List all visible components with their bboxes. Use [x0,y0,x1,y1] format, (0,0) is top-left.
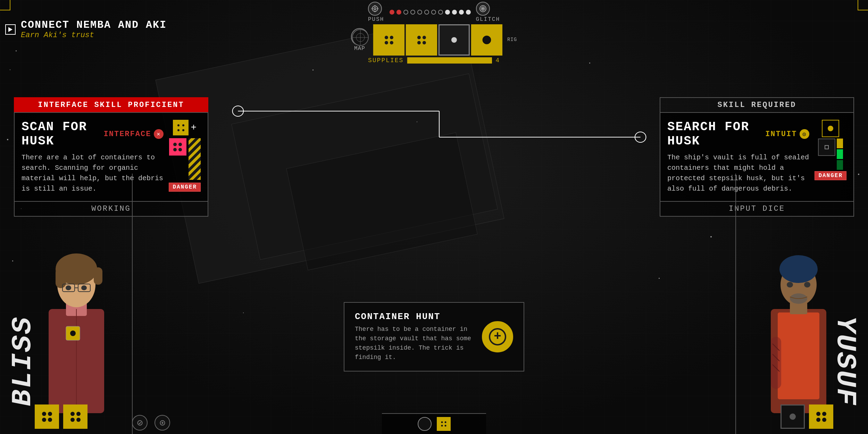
svg-rect-30 [94,267,102,285]
sm-dice-dots-3 [814,410,828,424]
bottom-dice-right-2[interactable] [809,404,833,429]
svg-rect-40 [778,312,819,399]
right-card-title-row: SEARCH FOR HUSK INTUIT ◎ [667,120,809,148]
popup-description: There has to be a container in the stora… [355,325,475,362]
bottom-dice-row-left [35,404,87,429]
inner-square [825,145,829,149]
bar-green-bright [837,149,843,159]
progress-dot-11 [459,10,464,15]
bottom-dice-left-2[interactable] [63,404,87,429]
rig-label: RIG [507,37,517,42]
right-panel: SKILL REQUIRED SEARCH FOR HUSK INTUIT ◎ … [660,97,854,217]
glitch-label: GLITCH [476,16,500,23]
working-bar[interactable]: WORKING [14,202,208,217]
danger-dice-dots [171,141,184,153]
svg-point-8 [482,8,483,9]
svg-point-0 [372,6,378,11]
character-right-area: YUSUF [736,219,868,434]
progress-dot-9 [445,10,450,15]
star [659,278,660,279]
bottom-dice-left-1[interactable] [35,404,59,429]
dice-dots-2 [415,34,428,47]
intuit-badge: INTUIT ◎ [765,129,809,139]
star [417,122,417,122]
popup-icon: + [482,321,513,352]
glitch-icon[interactable] [476,2,490,16]
progress-dot-4 [410,10,415,15]
svg-point-14 [485,38,489,42]
rig-button[interactable]: RIG [507,37,517,43]
progress-dot-5 [417,10,422,15]
popup-title: CONTAINER HUNT [355,311,475,322]
progress-dot-1 [389,10,394,15]
push-icon[interactable] [368,2,382,16]
star [16,50,17,51]
svg-point-58 [441,425,443,427]
dice-card-2[interactable] [406,24,437,56]
bottom-action-2[interactable] [437,417,451,431]
svg-point-57 [444,422,446,423]
dice-card-4[interactable] [471,24,502,56]
intuit-label: INTUIT [765,130,797,139]
map-label: MAP [354,45,365,52]
danger-dice-icon [169,138,186,156]
push-button[interactable]: PUSH [368,2,384,23]
supplies-label: SUPPLIES [368,57,403,64]
svg-rect-20 [176,123,186,133]
right-dice-area: DANGER [815,120,846,180]
bottom-action-1[interactable] [418,417,432,431]
left-card-title-row: SCAN FOR HUSK INTERFACE ✕ [22,120,164,148]
left-card-right: + DANGER [169,120,201,192]
left-card-title: SCAN FOR HUSK [22,120,104,148]
quest-play-button[interactable] [5,24,16,35]
dice-dots-1 [382,34,395,47]
right-card-description: The ship's vault is full of sealed conta… [667,152,809,194]
dice-plus-row: + [173,120,197,135]
map-button[interactable]: MAP [351,28,368,52]
popup-text: CONTAINER HUNT There has to be a contain… [355,311,475,362]
left-skill-header: INTERFACE SKILL PROFICIENT [14,97,208,112]
input-dice-bar[interactable]: INPUT DICE [660,202,854,217]
dice-card-3[interactable] [439,24,470,56]
sm-dice-dots-1 [40,410,54,424]
star [7,139,8,140]
bottom-dice-row-right [781,404,833,429]
empty-dice-frame [818,139,835,156]
progress-dot-10 [452,10,457,15]
supplies-container: SUPPLIES 4 [368,57,500,64]
svg-point-23 [177,129,180,131]
bottom-dice-right-1[interactable] [781,404,805,429]
progress-dot-3 [403,10,408,15]
dice-card-1[interactable] [373,24,404,56]
center-dot [828,126,833,131]
nav-top-row: PUSH GLITCH [368,2,500,23]
interface-label: INTERFACE [104,130,151,139]
svg-point-56 [441,422,443,423]
supplies-bar [407,57,492,64]
progress-dot-7 [431,10,436,15]
svg-point-51 [137,420,142,425]
left-border-line [132,174,133,434]
quest-subtitle: Earn Aki's trust [21,31,167,40]
container-hunt-popup[interactable]: CONTAINER HUNT There has to be a contain… [344,302,524,372]
svg-rect-29 [56,267,66,288]
plus-sign: + [191,122,197,133]
bottom-icon-circle-1[interactable] [132,415,148,431]
map-icon[interactable] [351,28,368,45]
svg-point-46 [804,282,810,287]
svg-rect-55 [440,420,447,427]
warning-stripes [189,138,201,180]
svg-point-35 [81,285,87,290]
bar-yellow [837,139,843,148]
supplies-count: 4 [495,57,500,64]
star [243,312,244,313]
popup-icon-inner: + [489,328,506,345]
bottom-icon-circle-2[interactable] [155,415,170,431]
quest-area: CONNECT NEMBA AND AKI Earn Aki's trust [5,19,167,40]
glitch-button[interactable]: GLITCH [476,2,500,23]
dice-center [790,414,796,420]
progress-dot-12 [466,10,470,15]
svg-point-43 [779,255,818,283]
interface-icon: ✕ [154,129,164,139]
bar-green-dark [837,160,843,170]
